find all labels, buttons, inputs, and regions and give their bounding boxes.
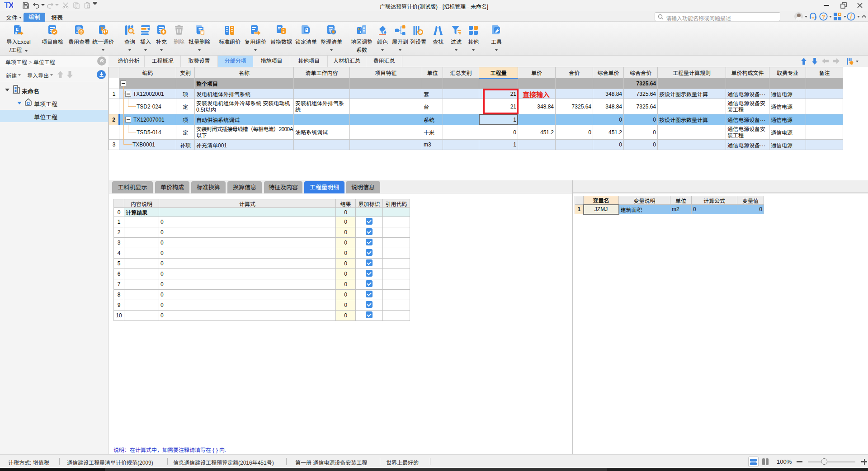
- svg-text:?: ?: [822, 14, 825, 19]
- svg-text:T: T: [359, 30, 362, 34]
- svg-text:i: i: [850, 14, 852, 20]
- svg-text:E: E: [16, 27, 19, 32]
